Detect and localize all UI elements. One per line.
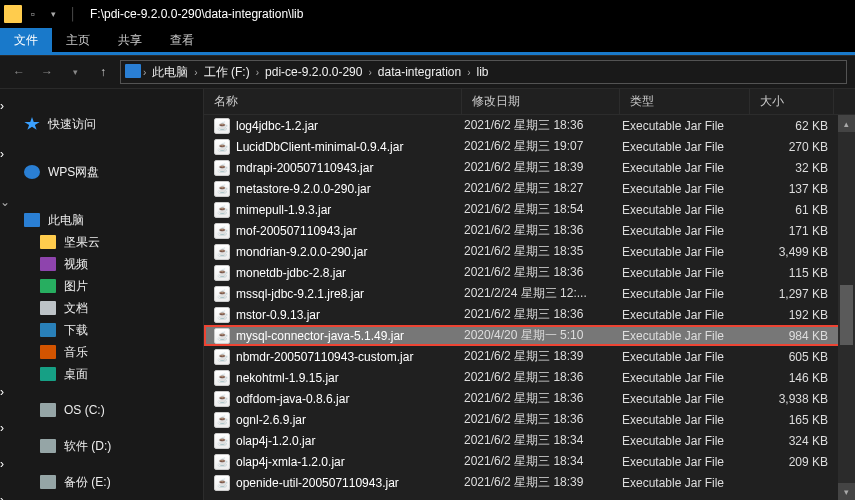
jar-icon: ☕ <box>214 223 230 239</box>
back-button[interactable]: ← <box>8 61 30 83</box>
tab-file[interactable]: 文件 <box>0 28 52 52</box>
table-row[interactable]: ☕olap4j-1.2.0.jar2021/6/2 星期三 18:34Execu… <box>204 430 855 451</box>
sidebar-item-down[interactable]: 下载 <box>0 319 203 341</box>
sidebar-item-music[interactable]: 音乐 <box>0 341 203 363</box>
sidebar-item-pc[interactable]: 此电脑 <box>0 209 203 231</box>
table-row[interactable]: ☕mdrapi-200507110943.jar2021/6/2 星期三 18:… <box>204 157 855 178</box>
file-size: 61 KB <box>750 203 828 217</box>
chevron-right-icon[interactable]: › <box>0 147 4 161</box>
table-row[interactable]: ☕openide-util-200507110943.jar2021/6/2 星… <box>204 472 855 493</box>
chevron-right-icon[interactable]: › <box>467 67 470 78</box>
table-row[interactable]: ☕mimepull-1.9.3.jar2021/6/2 星期三 18:54Exe… <box>204 199 855 220</box>
table-row[interactable]: ☕LucidDbClient-minimal-0.9.4.jar2021/6/2… <box>204 136 855 157</box>
col-date[interactable]: 修改日期 <box>462 89 620 114</box>
file-rows: ☕log4jdbc-1.2.jar2021/6/2 星期三 18:36Execu… <box>204 115 855 500</box>
table-row[interactable]: ☕ognl-2.6.9.jar2021/6/2 星期三 18:36Executa… <box>204 409 855 430</box>
table-row[interactable]: ☕mysql-connector-java-5.1.49.jar2020/4/2… <box>204 325 855 346</box>
chevron-right-icon[interactable]: › <box>368 67 371 78</box>
file-name: mssql-jdbc-9.2.1.jre8.jar <box>236 287 364 301</box>
nav-row: ← → ▾ ↑ › 此电脑 › 工作 (F:) › pdi-ce-9.2.0.0… <box>0 55 855 89</box>
table-row[interactable]: ☕nekohtml-1.9.15.jar2021/6/2 星期三 18:36Ex… <box>204 367 855 388</box>
col-type[interactable]: 类型 <box>620 89 750 114</box>
chevron-right-icon[interactable]: › <box>256 67 259 78</box>
sidebar-item-video[interactable]: 视频 <box>0 253 203 275</box>
breadcrumb[interactable]: pdi-ce-9.2.0.0-290 <box>261 65 366 79</box>
table-row[interactable]: ☕mssql-jdbc-9.2.1.jre8.jar2021/2/24 星期三 … <box>204 283 855 304</box>
sidebar-item-label: 图片 <box>64 278 88 295</box>
tab-home[interactable]: 主页 <box>52 28 104 52</box>
file-name: mimepull-1.9.3.jar <box>236 203 331 217</box>
sidebar-item-label: 文档 <box>64 300 88 317</box>
col-name[interactable]: 名称 <box>204 89 462 114</box>
up-button[interactable]: ↑ <box>92 61 114 83</box>
table-row[interactable]: ☕metastore-9.2.0.0-290.jar2021/6/2 星期三 1… <box>204 178 855 199</box>
sidebar-item-quick[interactable]: 快速访问 <box>0 113 203 135</box>
disk-icon <box>40 403 56 417</box>
table-row[interactable]: ☕mof-200507110943.jar2021/6/2 星期三 18:36E… <box>204 220 855 241</box>
jar-icon: ☕ <box>214 202 230 218</box>
file-size: 605 KB <box>750 350 828 364</box>
sidebar-item-bak[interactable]: 备份 (E:) <box>0 471 203 493</box>
chevron-down-icon[interactable]: ⌄ <box>0 195 10 209</box>
disk-icon <box>40 439 56 453</box>
qat-icon[interactable]: ▫ <box>24 5 42 23</box>
table-row[interactable]: ☕mstor-0.9.13.jar2021/6/2 星期三 18:36Execu… <box>204 304 855 325</box>
sidebar-item-nut[interactable]: 坚果云 <box>0 231 203 253</box>
chevron-right-icon[interactable]: › <box>0 421 4 435</box>
forward-button[interactable]: → <box>36 61 58 83</box>
sidebar-item-desk[interactable]: 桌面 <box>0 363 203 385</box>
file-date: 2021/6/2 星期三 18:27 <box>462 180 620 197</box>
chevron-right-icon[interactable]: › <box>194 67 197 78</box>
col-size[interactable]: 大小 <box>750 89 834 114</box>
chevron-right-icon[interactable]: › <box>143 67 146 78</box>
divider: │ <box>64 5 82 23</box>
sidebar-item-wps[interactable]: WPS网盘 <box>0 161 203 183</box>
file-size: 3,499 KB <box>750 245 828 259</box>
tab-view[interactable]: 查看 <box>156 28 208 52</box>
video-icon <box>40 257 56 271</box>
file-name: ognl-2.6.9.jar <box>236 413 306 427</box>
sidebar-item-doc[interactable]: 文档 <box>0 297 203 319</box>
sidebar-item-soft[interactable]: 软件 (D:) <box>0 435 203 457</box>
breadcrumb[interactable]: 工作 (F:) <box>200 64 254 81</box>
table-row[interactable]: ☕nbmdr-200507110943-custom.jar2021/6/2 星… <box>204 346 855 367</box>
file-size: 115 KB <box>750 266 828 280</box>
sidebar-item-image[interactable]: 图片 <box>0 275 203 297</box>
scroll-up-icon[interactable]: ▴ <box>838 115 855 132</box>
qat-dropdown-icon[interactable]: ▾ <box>44 5 62 23</box>
disk-icon <box>40 475 56 489</box>
file-type: Executable Jar File <box>620 455 750 469</box>
table-row[interactable]: ☕mondrian-9.2.0.0-290.jar2021/6/2 星期三 18… <box>204 241 855 262</box>
sidebar-item-label: 软件 (D:) <box>64 438 111 455</box>
table-row[interactable]: ☕log4jdbc-1.2.jar2021/6/2 星期三 18:36Execu… <box>204 115 855 136</box>
file-size: 209 KB <box>750 455 828 469</box>
chevron-right-icon[interactable]: › <box>0 457 4 471</box>
breadcrumb[interactable]: 此电脑 <box>148 64 192 81</box>
breadcrumb[interactable]: data-integration <box>374 65 465 79</box>
scroll-down-icon[interactable]: ▾ <box>838 483 855 500</box>
file-date: 2021/6/2 星期三 18:39 <box>462 348 620 365</box>
file-name: metastore-9.2.0.0-290.jar <box>236 182 371 196</box>
chevron-right-icon[interactable]: › <box>0 99 4 113</box>
table-row[interactable]: ☕monetdb-jdbc-2.8.jar2021/6/2 星期三 18:36E… <box>204 262 855 283</box>
file-date: 2021/2/24 星期三 12:... <box>462 285 620 302</box>
jar-icon: ☕ <box>214 475 230 491</box>
breadcrumb[interactable]: lib <box>473 65 493 79</box>
file-type: Executable Jar File <box>620 203 750 217</box>
address-bar[interactable]: › 此电脑 › 工作 (F:) › pdi-ce-9.2.0.0-290 › d… <box>120 60 847 84</box>
document-icon <box>40 301 56 315</box>
table-row[interactable]: ☕olap4j-xmla-1.2.0.jar2021/6/2 星期三 18:34… <box>204 451 855 472</box>
file-name: mof-200507110943.jar <box>236 224 357 238</box>
chevron-right-icon[interactable]: › <box>0 385 4 399</box>
chevron-right-icon[interactable]: › <box>0 493 4 500</box>
file-type: Executable Jar File <box>620 140 750 154</box>
table-row[interactable]: ☕odfdom-java-0.8.6.jar2021/6/2 星期三 18:36… <box>204 388 855 409</box>
file-name: mysql-connector-java-5.1.49.jar <box>236 329 404 343</box>
sidebar-item-os[interactable]: OS (C:) <box>0 399 203 421</box>
file-date: 2020/4/20 星期一 5:10 <box>462 327 620 344</box>
tab-share[interactable]: 共享 <box>104 28 156 52</box>
recent-dropdown-icon[interactable]: ▾ <box>64 61 86 83</box>
sidebar-item-label: 视频 <box>64 256 88 273</box>
scrollbar-vertical[interactable]: ▴ ▾ <box>838 115 855 500</box>
scroll-thumb[interactable] <box>840 285 853 345</box>
